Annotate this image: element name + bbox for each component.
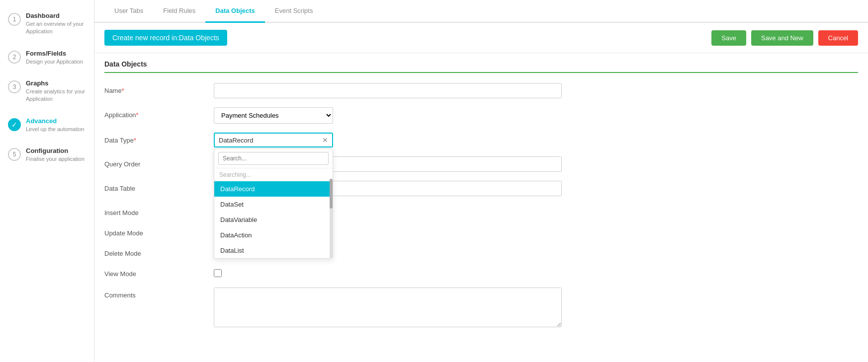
sidebar-item-configuration[interactable]: 5 Configuration Finalise your applicatio… bbox=[0, 140, 94, 170]
dropdown-list: DataRecord DataSet DataVariable DataActi… bbox=[214, 181, 333, 258]
form-content: Data Objects Name* Application* Payment … bbox=[94, 53, 868, 362]
sidebar-sub-advanced: Level up the automation bbox=[26, 126, 84, 133]
sidebar-item-forms-fields[interactable]: 2 Forms/Fields Design your Application bbox=[0, 43, 94, 72]
datatype-selected-display[interactable]: DataRecord ✕ bbox=[214, 133, 333, 147]
sidebar-title-graphs: Graphs bbox=[26, 79, 86, 88]
sidebar-title-advanced: Advanced bbox=[26, 117, 84, 126]
page-title: Create new record in:Data Objects bbox=[104, 30, 227, 46]
datatype-container: DataRecord ✕ Searching... DataRecord Dat… bbox=[214, 133, 333, 147]
datatype-dropdown: Searching... DataRecord DataSet DataVari… bbox=[214, 148, 333, 259]
application-row: Application* Payment Schedules bbox=[104, 107, 858, 124]
application-label: Application* bbox=[104, 107, 204, 119]
comments-row: Comments bbox=[104, 288, 858, 329]
tab-data-objects[interactable]: Data Objects bbox=[205, 0, 264, 23]
dropdown-search-area bbox=[214, 149, 333, 168]
name-row: Name* bbox=[104, 83, 858, 98]
datatype-tag: DataRecord bbox=[219, 137, 253, 144]
cancel-button[interactable]: Cancel bbox=[818, 30, 858, 46]
header-bar: Create new record in:Data Objects Save S… bbox=[94, 23, 868, 53]
name-input[interactable] bbox=[214, 83, 562, 98]
step-circle-1: 1 bbox=[8, 13, 21, 26]
data-type-label: Data Type* bbox=[104, 133, 204, 144]
sidebar-sub-graphs: Create analytics for your Application bbox=[26, 88, 86, 103]
dropdown-scrollthumb bbox=[330, 179, 333, 209]
tab-bar: User Tabs Field Rules Data Objects Event… bbox=[94, 0, 868, 23]
step-circle-3: 3 bbox=[8, 80, 21, 93]
dropdown-searching-text: Searching... bbox=[214, 168, 333, 181]
dropdown-item-datalist[interactable]: DataList bbox=[214, 243, 333, 258]
data-table-label: Data Table bbox=[104, 181, 204, 192]
view-mode-field bbox=[214, 266, 562, 279]
delete-mode-label: Delete Mode bbox=[104, 246, 204, 257]
sidebar: 1 Dashboard Get an overview of your Appl… bbox=[0, 0, 94, 362]
name-label: Name* bbox=[104, 83, 204, 94]
header-actions: Save Save and New Cancel bbox=[711, 30, 858, 46]
name-field bbox=[214, 83, 562, 98]
sidebar-item-advanced[interactable]: ✓ Advanced Level up the automation bbox=[0, 110, 94, 140]
main-panel: User Tabs Field Rules Data Objects Event… bbox=[94, 0, 868, 362]
datatype-clear-icon[interactable]: ✕ bbox=[322, 136, 328, 144]
dropdown-scrollbar[interactable] bbox=[330, 179, 333, 258]
dropdown-item-dataaction[interactable]: DataAction bbox=[214, 227, 333, 243]
sidebar-title-configuration: Configuration bbox=[26, 147, 85, 155]
view-mode-checkbox[interactable] bbox=[214, 269, 222, 277]
save-button[interactable]: Save bbox=[711, 30, 746, 46]
sidebar-sub-configuration: Finalise your application bbox=[26, 155, 85, 163]
step-circle-2: 2 bbox=[8, 51, 21, 64]
view-mode-label: View Mode bbox=[104, 266, 204, 278]
sidebar-item-dashboard[interactable]: 1 Dashboard Get an overview of your Appl… bbox=[0, 5, 94, 43]
save-and-new-button[interactable]: Save and New bbox=[751, 30, 813, 46]
view-mode-row: View Mode bbox=[104, 266, 858, 279]
dropdown-item-datavariable[interactable]: DataVariable bbox=[214, 212, 333, 227]
dropdown-item-dataset[interactable]: DataSet bbox=[214, 197, 333, 212]
section-title: Data Objects bbox=[104, 53, 858, 73]
sidebar-sub-forms: Design your Application bbox=[26, 58, 83, 66]
checkmark-icon: ✓ bbox=[11, 121, 17, 129]
sidebar-title-dashboard: Dashboard bbox=[26, 12, 86, 20]
data-type-field: DataRecord ✕ Searching... DataRecord Dat… bbox=[214, 133, 562, 147]
tab-field-rules[interactable]: Field Rules bbox=[153, 0, 205, 23]
data-type-row: Data Type* DataRecord ✕ Searching... bbox=[104, 133, 858, 147]
step-circle-5: 5 bbox=[8, 148, 21, 161]
sidebar-sub-dashboard: Get an overview of your Application bbox=[26, 20, 86, 36]
application-field: Payment Schedules bbox=[214, 107, 562, 124]
tab-user-tabs[interactable]: User Tabs bbox=[104, 0, 153, 23]
tab-event-scripts[interactable]: Event Scripts bbox=[265, 0, 323, 23]
dropdown-search-input[interactable] bbox=[218, 152, 329, 165]
sidebar-title-forms: Forms/Fields bbox=[26, 50, 83, 58]
comments-field bbox=[214, 288, 562, 329]
query-order-label: Query Order bbox=[104, 156, 204, 168]
dropdown-item-datarecord[interactable]: DataRecord bbox=[214, 181, 333, 197]
comments-textarea[interactable] bbox=[214, 288, 562, 327]
sidebar-item-graphs[interactable]: 3 Graphs Create analytics for your Appli… bbox=[0, 72, 94, 110]
step-circle-4: ✓ bbox=[8, 118, 21, 131]
insert-mode-label: Insert Mode bbox=[104, 205, 204, 217]
update-mode-label: Update Mode bbox=[104, 225, 204, 237]
application-select[interactable]: Payment Schedules bbox=[214, 107, 333, 124]
comments-label: Comments bbox=[104, 288, 204, 299]
